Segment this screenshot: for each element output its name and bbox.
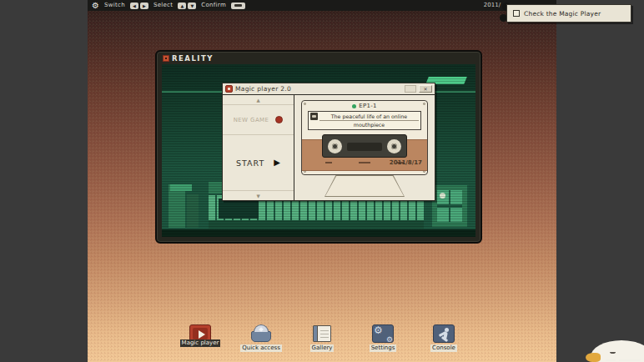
dock-label: Console bbox=[430, 344, 457, 352]
screenshot-root: ⚙ Switch ◀ ▶ Select ▲ ▼ Confirm 2011/ RE… bbox=[0, 0, 644, 362]
episode-title-line1: The peaceful life of an online bbox=[319, 113, 419, 121]
record-dot-icon bbox=[275, 116, 283, 123]
scene-books bbox=[187, 194, 199, 228]
dock-item-quick-access[interactable]: Quick access bbox=[237, 324, 285, 352]
scroll-up-arrow[interactable]: ▲ bbox=[223, 95, 294, 105]
tape-window bbox=[322, 134, 407, 158]
cassette-panel: EP1-1 The peaceful life of an online mou… bbox=[294, 95, 435, 200]
reel-icon bbox=[387, 139, 401, 153]
dock-item-console[interactable]: Console bbox=[420, 324, 468, 352]
dock-label: Gallery bbox=[310, 344, 335, 352]
band-mark bbox=[359, 162, 370, 163]
dock-item-magic-player[interactable]: Magic player bbox=[176, 324, 224, 347]
new-game-label: NEW GAME bbox=[234, 117, 269, 123]
monitor-brand: REALITY bbox=[172, 54, 214, 63]
settings-gears-icon[interactable]: ⚙⚙ bbox=[372, 324, 394, 343]
watermark-dash bbox=[619, 359, 641, 361]
top-hint-bar: ⚙ Switch ◀ ▶ Select ▲ ▼ Confirm 2011/ bbox=[88, 0, 556, 11]
crt-monitor: REALITY bbox=[155, 50, 482, 244]
band-mark bbox=[325, 162, 332, 163]
right-key-icon: ▶ bbox=[140, 3, 148, 9]
scene-disk-unit bbox=[430, 184, 469, 229]
scene-books bbox=[170, 184, 192, 191]
magic-player-app-icon bbox=[225, 85, 233, 93]
confirm-hint-label: Confirm bbox=[201, 0, 226, 11]
game-viewport: ⚙ Switch ◀ ▶ Select ▲ ▼ Confirm 2011/ RE… bbox=[88, 0, 556, 362]
scroll-down-arrow[interactable]: ▼ bbox=[223, 190, 294, 200]
up-key-icon: ▲ bbox=[178, 3, 186, 9]
console-person-icon[interactable] bbox=[433, 324, 455, 343]
episode-title-line2: mouthpiece bbox=[319, 121, 419, 128]
window-title: Magic player 2.0 bbox=[235, 85, 402, 93]
episode-dot-icon bbox=[352, 104, 356, 108]
episode-menu-panel: ▲ NEW GAME START ▶ ▼ bbox=[223, 95, 294, 200]
watermark-dash bbox=[606, 359, 616, 361]
screw-icon bbox=[423, 103, 425, 105]
dock-label: Quick access bbox=[240, 344, 282, 352]
switch-hint-label: Switch bbox=[104, 0, 125, 11]
down-key-icon: ▼ bbox=[188, 3, 196, 9]
new-game-item[interactable]: NEW GAME bbox=[223, 105, 294, 135]
screw-icon bbox=[304, 103, 306, 105]
window-blank-button bbox=[405, 85, 416, 93]
duck-eye bbox=[610, 350, 616, 354]
select-hint-label: Select bbox=[153, 0, 173, 11]
enter-key-icon bbox=[231, 3, 245, 9]
play-icon: ▶ bbox=[274, 158, 280, 167]
face-icon bbox=[310, 113, 318, 120]
cassette-tape: EP1-1 The peaceful life of an online mou… bbox=[301, 100, 428, 175]
dock-item-settings[interactable]: ⚙⚙ Settings bbox=[359, 324, 407, 352]
reality-logo-icon bbox=[163, 55, 169, 62]
duck-beak bbox=[586, 353, 601, 362]
desktop-taskbar: Magic player Quick access Gallery ⚙⚙ Set… bbox=[88, 324, 556, 352]
start-label: START bbox=[236, 158, 264, 168]
episode-row: EP1-1 bbox=[302, 103, 427, 109]
episode-date: 2011/8/17 bbox=[390, 159, 422, 166]
dock-label: Settings bbox=[370, 344, 397, 352]
start-item[interactable]: START ▶ bbox=[223, 135, 294, 190]
monitor-screen: Magic player 2.0 ✕ ▲ NEW GAME ST bbox=[162, 64, 475, 237]
objective-tooltip: Check the Magic Player bbox=[506, 4, 631, 23]
close-button[interactable]: ✕ bbox=[419, 85, 432, 93]
scene-desk bbox=[162, 229, 475, 237]
cassette-base bbox=[325, 175, 405, 197]
dock-label: Magic player bbox=[180, 339, 221, 347]
episode-number: EP1-1 bbox=[359, 103, 377, 109]
duck-overlay bbox=[576, 332, 644, 362]
window-titlebar[interactable]: Magic player 2.0 ✕ bbox=[223, 83, 435, 95]
gallery-icon[interactable] bbox=[311, 324, 333, 343]
objective-label: Check the Magic Player bbox=[524, 10, 601, 18]
dock-item-gallery[interactable]: Gallery bbox=[298, 324, 346, 352]
cassette-label: The peaceful life of an online mouthpiec… bbox=[308, 111, 421, 130]
magic-player-window: Magic player 2.0 ✕ ▲ NEW GAME ST bbox=[222, 83, 435, 201]
tape-slot bbox=[347, 143, 382, 151]
gear-icon: ⚙ bbox=[92, 1, 99, 11]
reel-icon bbox=[328, 139, 342, 153]
objective-checkbox[interactable] bbox=[513, 10, 520, 17]
monitor-bezel-header: REALITY bbox=[157, 52, 480, 64]
quick-access-icon[interactable] bbox=[250, 324, 272, 343]
left-key-icon: ◀ bbox=[130, 3, 138, 9]
